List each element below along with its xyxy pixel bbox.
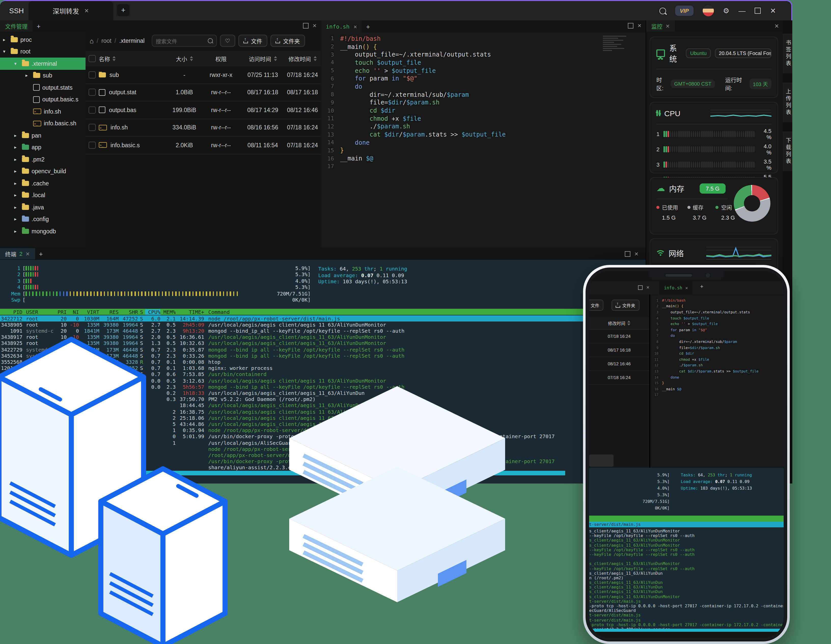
process-row[interactable]: 3438917root10-10135M3938019964S2.00.516:… [0, 334, 646, 340]
tree-item-output.basic.s[interactable]: output.basic.s [0, 94, 86, 105]
process-row[interactable]: 10:35.94node /root/app/px-robot-server/d… [0, 427, 646, 433]
process-row[interactable]: 3438895root0.21h18:33/usr/local/aegis/ae… [0, 390, 646, 396]
process-row[interactable]: 543:44.86/usr/local/aegis/aegis_client/a… [0, 421, 646, 427]
select-all-checkbox[interactable] [89, 55, 96, 62]
tree-item-.config[interactable]: ▸.config [0, 213, 86, 225]
tree-item-.cache[interactable]: ▸.cache [0, 177, 86, 189]
upload-folder-button[interactable]: 文件夹 [271, 35, 305, 47]
process-row[interactable]: 3438939root10-10S0.00.53:12.63/usr/local… [0, 378, 646, 384]
process-row[interactable]: 655root200132S0.70.67:53.85/usr/bin/cont… [0, 371, 646, 378]
tree-item-info.basic.sh[interactable]: >_info.basic.sh [0, 118, 86, 129]
strip-tab-下载列表[interactable]: 下载列表 [783, 131, 792, 171]
process-row[interactable]: 343889918:44.45/usr/local/aegis/aegis_cl… [0, 403, 646, 409]
add-file-tab-button[interactable]: + [33, 22, 45, 30]
tab-file-manager[interactable]: 文件管理 [0, 21, 33, 32]
strip-tab-上传列表[interactable]: 上传列表 [783, 83, 792, 122]
tree-item-.xterminal[interactable]: ▾.xterminal [0, 57, 86, 70]
new-session-button[interactable]: + [117, 4, 129, 16]
tree-item-.local[interactable]: ▸.local [0, 189, 86, 201]
search-icon[interactable] [208, 38, 213, 43]
row-checkbox[interactable] [89, 124, 96, 131]
file-name[interactable]: sub [110, 72, 119, 78]
col-mtime[interactable]: 修改时间 [284, 54, 321, 63]
expand-icon[interactable] [624, 251, 630, 257]
chevron-icon[interactable]: ▸ [14, 169, 19, 174]
file-row-output.stat[interactable]: output.stat1.0BiBrw-r--r--08/17 16:1808/… [86, 84, 321, 101]
chevron-icon[interactable]: ▸ [14, 157, 19, 162]
tab-close-icon[interactable]: ✕ [665, 23, 670, 29]
process-row[interactable]: 3438905root10-10135M3938019964S2.70.52h4… [0, 322, 646, 328]
monitor-close-button[interactable]: ✕ [771, 23, 783, 29]
chevron-icon[interactable]: ▸ [14, 133, 19, 138]
file-name[interactable]: info.basic.s [110, 142, 140, 148]
expand-icon[interactable] [627, 23, 633, 29]
process-row[interactable]: 05:01.99/usr/bin/docker-proxy -proto tcp… [0, 434, 646, 440]
breadcrumb-root[interactable]: root [101, 38, 111, 44]
minimize-button[interactable]: — [739, 7, 746, 14]
process-row[interactable]: 3452634systemd-c2001841M173M46448S0.72.3… [0, 352, 646, 359]
search-input[interactable]: 搜索文件 [152, 35, 217, 47]
terminal-panel[interactable]: 终端 2 ✕ + ✕ 1[5.9%]2[5.3%]3[4.0%]4[5.3%]M… [0, 248, 646, 483]
col-atime[interactable]: 访问时间 [241, 54, 284, 63]
process-row[interactable]: node /root/app/px-robot-server/dist/main… [0, 446, 646, 452]
session-tab[interactable]: 深圳转发 ✕ [29, 1, 113, 21]
upload-file-button[interactable]: 文件 [238, 35, 267, 47]
tab-close-icon[interactable]: ✕ [353, 23, 357, 30]
tree-item-pan[interactable]: ▸pan [0, 129, 86, 141]
tab-close-icon[interactable]: ✕ [25, 251, 30, 257]
expand-icon[interactable] [303, 23, 308, 29]
row-checkbox[interactable] [89, 107, 96, 114]
process-row[interactable]: share/aliyun-assist/2.2.3.499/aliyun-ser… [0, 465, 646, 471]
process-row[interactable]: 2301root0.337:50.70PM2 v5.2.2: God Daemo… [0, 396, 646, 402]
sort-icon[interactable] [274, 56, 277, 61]
chevron-icon[interactable]: ▸ [14, 229, 19, 234]
maximize-button[interactable] [755, 8, 761, 14]
row-checkbox[interactable] [89, 142, 96, 149]
sort-icon[interactable] [113, 56, 116, 61]
code-area[interactable]: 1#!/bin/bash2__main() {3 output_file=~/.… [321, 35, 646, 171]
new-editor-tab-button[interactable]: + [362, 23, 374, 30]
tab-info-sh[interactable]: info.sh ✕ [321, 21, 362, 33]
breadcrumb[interactable]: ⌂ / root / .xterminal [90, 37, 145, 45]
tab-monitor[interactable]: 监控 ✕ [646, 21, 675, 32]
process-row[interactable]: 1091systemd-c2001841M173M46448S2.72.39h1… [0, 328, 646, 334]
process-row[interactable]: 225:18.06/usr/local/aegis/aegis_client/a… [0, 415, 646, 421]
session-tab-close-icon[interactable]: ✕ [84, 7, 89, 14]
process-row[interactable]: 216:38.75/usr/local/aegis/aegis_client/a… [0, 409, 646, 415]
process-row[interactable]: 1201821www-data2006952S0.70.11:03.68ngin… [0, 365, 646, 371]
home-icon[interactable]: ⌂ [90, 37, 94, 45]
sort-icon[interactable] [189, 56, 193, 61]
avatar[interactable] [702, 5, 714, 16]
tree-item-mongodb[interactable]: ▸mongodb [0, 225, 86, 237]
file-name[interactable]: output.stat [109, 89, 136, 96]
close-icon[interactable]: ✕ [312, 23, 317, 29]
chevron-icon[interactable]: ▸ [14, 145, 19, 150]
process-row[interactable]: /usr/bin/docker-proxy -proto tcp -host-i… [0, 458, 646, 464]
col-name[interactable]: 名称 [99, 54, 168, 63]
process-row[interactable]: 3438925root10-10135M3938019964S1.30.510:… [0, 340, 646, 346]
tree-item-proc[interactable]: ▸proc [0, 33, 86, 46]
file-row-info.sh[interactable]: >_info.sh334.0BiBrw-r--r--08/16 16:5607/… [86, 119, 321, 137]
row-checkbox[interactable] [89, 71, 96, 78]
file-name[interactable]: info.sh [110, 124, 128, 131]
gear-icon[interactable]: ⚙ [723, 7, 729, 14]
vip-badge[interactable]: VIP [675, 6, 693, 16]
strip-tab-书签列表[interactable]: 书签列表 [783, 33, 792, 73]
chevron-icon[interactable]: ▸ [14, 217, 19, 222]
process-row[interactable]: 3422712root2001030M164M47252S6.02.114:14… [0, 316, 646, 322]
close-button[interactable]: ✕ [770, 7, 776, 14]
chevron-icon[interactable]: ▸ [3, 37, 8, 42]
favorite-button[interactable]: ♡ [220, 35, 235, 47]
file-row-output.bas[interactable]: output.bas199.0BiBrw-r--r--08/17 14:2908… [86, 101, 321, 119]
sort-icon[interactable] [314, 56, 317, 61]
col-size[interactable]: 大小 [168, 54, 201, 63]
process-row[interactable]: 3552568root20011148846043328R0.70.10:00.… [0, 359, 646, 365]
file-row-info.basic.s[interactable]: >_info.basic.s2.0KiBrw-r--r--08/11 16:54… [86, 137, 321, 154]
file-name[interactable]: output.bas [109, 107, 136, 113]
tree-item-sub[interactable]: ▸sub [0, 70, 86, 81]
tree-item-output.stats[interactable]: output.stats [0, 81, 86, 94]
tree-item-opencv_build[interactable]: ▸opencv_build [0, 165, 86, 177]
row-checkbox[interactable] [89, 89, 96, 96]
tab-terminal[interactable]: 终端 2 ✕ [0, 248, 35, 259]
search-icon[interactable] [659, 7, 666, 14]
